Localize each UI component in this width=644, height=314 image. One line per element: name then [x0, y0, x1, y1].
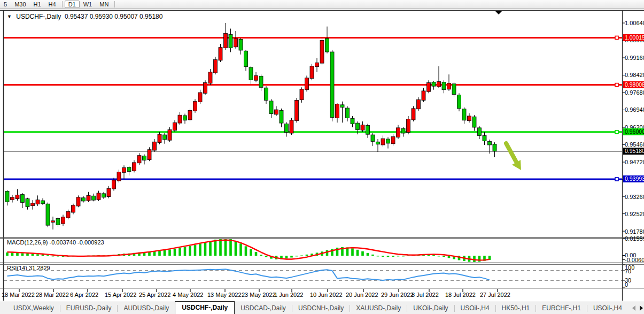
macd-scale-min: -0.00605	[625, 257, 644, 263]
rsi-indicator-label: RSI(14) 31.2829	[7, 265, 50, 271]
date-label: 6 Apr 2022	[70, 292, 98, 298]
price-chart-canvas[interactable]	[0, 0, 644, 314]
date-label: 15 Apr 2022	[105, 292, 136, 298]
level-badge: 0.95180	[623, 148, 644, 155]
timeframe-button-mn[interactable]: MN	[96, 1, 112, 8]
timeframe-button-h1[interactable]: H1	[30, 1, 45, 8]
rsi-scale-0: 0	[625, 281, 644, 288]
tab-usdx-weekly[interactable]: USDX,Weekly	[7, 303, 60, 313]
date-label: 20 Jun 2022	[346, 292, 378, 298]
timeframe-button-m30[interactable]: M30	[11, 1, 29, 8]
timeframe-button-h4[interactable]: H4	[45, 1, 60, 8]
price-tick: 1.00640	[625, 20, 644, 26]
mt4-chart-window: 5 M30 H1 H4 D1 W1 MN ▼ USDCHF-,Daily 0.9…	[0, 0, 644, 314]
date-label: 10 Jun 2022	[310, 292, 343, 298]
symbol-label: USDCHF-,Daily	[16, 13, 61, 20]
tab-eurusd-daily[interactable]: EURUSD-,Daily	[60, 303, 118, 313]
price-tick: 0.94720	[625, 159, 644, 165]
rsi-scale-70: 70	[625, 268, 644, 274]
price-tick: 0.92520	[625, 211, 644, 217]
price-tick: 0.96940	[625, 106, 644, 113]
date-label: 27 Jul 2022	[480, 292, 510, 298]
level-badge: 0.93993	[623, 175, 644, 182]
price-tick: 0.98420	[625, 72, 644, 78]
date-label: 13 May 2022	[207, 292, 242, 298]
timeframe-button-m5[interactable]: 5	[0, 1, 11, 8]
toolbar-separator	[114, 1, 115, 7]
date-label: 8 Jul 2022	[412, 292, 439, 298]
level-badge: 0.96000	[623, 128, 644, 135]
tab-scroll-left-icon[interactable]	[632, 305, 635, 311]
tab-audusd-daily[interactable]: AUDUSD-,Daily	[118, 303, 175, 313]
date-label: 28 Mar 2022	[36, 292, 69, 298]
tab-scroll-right-icon[interactable]	[640, 305, 643, 311]
level-badge: 1.00015	[623, 34, 644, 41]
timeframe-toolbar: 5 M30 H1 H4 D1 W1 MN	[0, 0, 644, 9]
level-badge: 0.98008	[623, 81, 644, 88]
chart-title: ▼ USDCHF-,Daily 0.95437 0.95930 0.95007 …	[7, 13, 162, 20]
tab-eurchf-h1[interactable]: EURCHF-,H1	[536, 303, 587, 313]
tab-usoil-h4-2[interactable]: USOil-,H4	[587, 303, 628, 313]
date-label: 1 Jun 2022	[274, 292, 303, 298]
date-label: 25 Apr 2022	[139, 292, 170, 298]
date-label: 18 Jul 2022	[445, 292, 476, 298]
timeframe-button-d1[interactable]: D1	[65, 1, 80, 8]
symbol-tab-bar: USDX,Weekly EURUSD-,Daily AUDUSD-,Daily …	[0, 302, 644, 314]
date-label: 18 Mar 2022	[2, 292, 35, 298]
date-label: 4 May 2022	[173, 292, 203, 298]
collapse-triangle-icon[interactable]: ▼	[7, 14, 12, 19]
macd-scale-max: 0.0155981	[625, 235, 644, 242]
date-label: 23 May 2022	[242, 292, 276, 298]
ohlc-values: 0.95437 0.95930 0.95007 0.95180	[65, 13, 163, 20]
price-tick: 0.97680	[625, 89, 644, 96]
toolbar-separator	[62, 1, 63, 7]
macd-indicator-label: MACD(12,26,9) -0.003740 -0.000923	[7, 239, 104, 246]
price-tick: 0.91780	[625, 228, 644, 235]
tab-xauusd-daily[interactable]: XAUUSD-,Daily	[350, 303, 407, 313]
price-tick: 0.95460	[625, 141, 644, 148]
price-tick: 0.93260	[625, 194, 644, 200]
date-label: 29 Jun 2022	[381, 292, 414, 298]
price-tick: 0.99160	[625, 55, 644, 61]
tab-usdchf-daily[interactable]: USDCHF-,Daily	[175, 301, 235, 314]
timeframe-button-w1[interactable]: W1	[80, 1, 96, 8]
tab-hk50-h1[interactable]: HK50-,H1	[496, 303, 536, 313]
tab-usdcnh-daily[interactable]: USDCNH-,Daily	[292, 303, 350, 313]
tab-usoil-h4[interactable]: USOil-,H4	[455, 303, 495, 313]
tab-usdcad-daily[interactable]: USDCAD-,Daily	[235, 303, 292, 313]
tab-ukoil-daily[interactable]: UKOil-,Daily	[407, 303, 454, 313]
